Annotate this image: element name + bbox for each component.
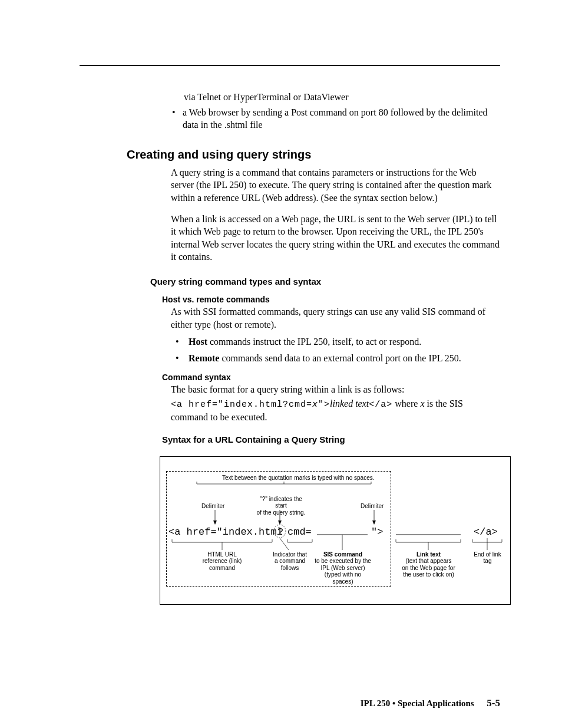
syntax-heading: Syntax for a URL Containing a Query Stri… bbox=[162, 434, 500, 444]
bullet-strong: Remote bbox=[189, 353, 219, 363]
code-a: <a href="index.html bbox=[168, 526, 283, 538]
where-pre: where bbox=[392, 398, 420, 409]
l: SIS command bbox=[323, 551, 362, 558]
l: the user to click on) bbox=[403, 571, 454, 578]
l: on the Web page for bbox=[402, 565, 455, 571]
l: a command bbox=[275, 558, 305, 564]
l: to be executed by the bbox=[315, 558, 371, 564]
bullet-dot: • bbox=[171, 335, 189, 348]
l: (text that appears bbox=[406, 558, 452, 564]
sub-bullets: • Host commands instruct the IPL 250, it… bbox=[171, 335, 500, 364]
bullet-rest: commands instruct the IPL 250, itself, t… bbox=[207, 337, 421, 347]
delimiter-label-left: Delimiter bbox=[201, 503, 224, 510]
l: command bbox=[209, 565, 235, 571]
l: reference (link) bbox=[203, 558, 242, 564]
delimiter-label-right: Delimiter bbox=[361, 503, 384, 510]
code-pre: <a href="index.html?cmd= bbox=[171, 400, 312, 410]
page-content: via Telnet or HyperTerminal or DataViewe… bbox=[0, 0, 562, 640]
bullet-dot: • bbox=[171, 106, 183, 131]
bullet-rest: commands send data to an external contro… bbox=[219, 353, 461, 363]
code-close: "> bbox=[371, 526, 383, 538]
cmd-code-line: <a href="index.html?cmd=x">linked text</… bbox=[171, 397, 500, 424]
l: Indicator that bbox=[273, 551, 307, 558]
top-rule bbox=[80, 65, 500, 66]
code-x: x bbox=[312, 400, 318, 410]
section-p2: When a link is accessed on a Web page, t… bbox=[171, 213, 500, 263]
bullet-dot: • bbox=[171, 352, 189, 365]
code-end: </a> bbox=[474, 526, 498, 538]
page-number: 5-5 bbox=[487, 697, 500, 709]
bullet-row: • Host commands instruct the IPL 250, it… bbox=[171, 335, 500, 348]
intro-bullet-text: a Web browser by sending a Post command … bbox=[183, 106, 500, 131]
intro-line: via Telnet or HyperTerminal or DataViewe… bbox=[171, 91, 500, 104]
q-note-b: of the query string. bbox=[257, 509, 306, 516]
syntax-diagram: Text between the quotation marks is type… bbox=[160, 456, 511, 605]
bullet-row: • a Web browser by sending a Post comman… bbox=[171, 106, 500, 131]
l: tag bbox=[484, 558, 492, 564]
l: End of link bbox=[474, 551, 501, 558]
intro-text: via Telnet or HyperTerminal or DataViewe… bbox=[184, 92, 349, 102]
l: (typed with no spaces) bbox=[325, 571, 361, 585]
q-note: "?" indicates the start of the query str… bbox=[254, 496, 308, 516]
footer-text: IPL 250 • Special Applications bbox=[361, 699, 474, 708]
l: Link text bbox=[416, 551, 441, 558]
page-footer: IPL 250 • Special Applications 5-5 bbox=[361, 697, 500, 709]
l: follows bbox=[281, 565, 299, 571]
label-end: End of link tag bbox=[471, 551, 504, 565]
label-sis: SIS command to be executed by the IPL (W… bbox=[313, 551, 372, 585]
subsection-heading: Query string command types and syntax bbox=[150, 276, 500, 286]
label-html: HTML URL reference (link) command bbox=[201, 551, 243, 572]
code-q: ? bbox=[277, 526, 283, 538]
cmd-p1: The basic format for a query string with… bbox=[171, 383, 500, 396]
label-link: Link text (text that appears on the Web … bbox=[401, 551, 457, 578]
cmd-heading: Command syntax bbox=[162, 373, 500, 382]
l: IPL (Web server) bbox=[320, 565, 365, 571]
code-linked: linked text bbox=[330, 398, 369, 409]
label-indicator: Indicator that a command follows bbox=[272, 551, 308, 572]
host-heading: Host vs. remote commands bbox=[162, 295, 500, 304]
intro-bullet-wrap: • a Web browser by sending a Post comman… bbox=[171, 106, 500, 131]
bullet-row: • Remote commands send data to an extern… bbox=[171, 352, 500, 365]
code-cmd: cmd= bbox=[287, 526, 312, 538]
q-note-a: "?" indicates the start bbox=[260, 496, 302, 509]
code-end: </a> bbox=[369, 400, 392, 410]
host-para: As with SSI formatted commands, query st… bbox=[171, 305, 500, 331]
bullet-text: Remote commands send data to an external… bbox=[189, 352, 461, 365]
code-mid: "> bbox=[318, 400, 330, 410]
section-heading: Creating and using query strings bbox=[127, 148, 500, 162]
l: HTML URL bbox=[207, 551, 237, 558]
bullet-strong: Host bbox=[189, 337, 207, 347]
note-top: Text between the quotation marks is type… bbox=[222, 475, 374, 481]
section-p1: A query string is a command that contain… bbox=[171, 166, 500, 205]
bullet-text: Host commands instruct the IPL 250, itse… bbox=[189, 335, 421, 348]
